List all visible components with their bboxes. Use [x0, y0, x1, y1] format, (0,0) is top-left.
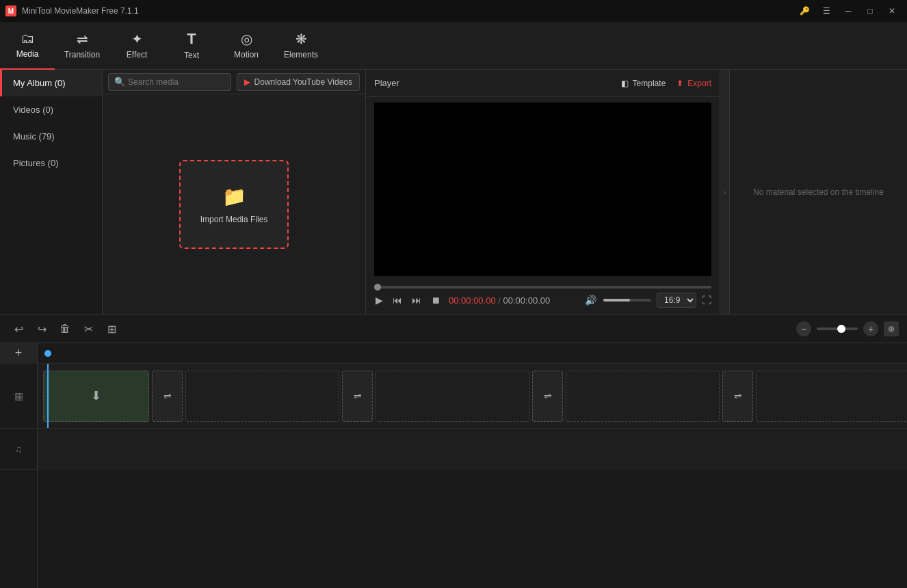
- timeline-add-btn[interactable]: +: [0, 343, 38, 364]
- toolbar-item-effect[interactable]: ✦ Effect: [109, 22, 164, 70]
- toolbar-item-transition[interactable]: ⇌ Transition: [55, 22, 109, 70]
- aspect-ratio-select[interactable]: 16:9 9:16 4:3 1:1: [657, 293, 696, 308]
- search-icon: 🔍: [114, 77, 125, 87]
- transition-clip-1[interactable]: ⇌: [152, 371, 183, 422]
- media-toolbar: 🔍 ▶ Download YouTube Videos: [103, 70, 365, 94]
- search-box[interactable]: 🔍: [108, 73, 231, 91]
- media-area: 🔍 ▶ Download YouTube Videos 📁 Import Med…: [103, 70, 365, 315]
- bottom-tools-left: ↩ ↪ 🗑 ✂ ⊞: [8, 319, 122, 339]
- transition-label: Transition: [64, 50, 100, 59]
- video-track-label: ▦: [0, 364, 37, 429]
- sidebar-item-videos[interactable]: Videos (0): [0, 96, 102, 123]
- volume-fill: [603, 299, 630, 302]
- titlebar: M MiniTool MovieMaker Free 7.1.1 🔑 ☰ ─ □…: [0, 0, 907, 22]
- transition-icon-2: ⇌: [354, 390, 362, 401]
- progress-bar[interactable]: [374, 286, 711, 289]
- toolbar-item-elements[interactable]: ❋ Elements: [274, 22, 328, 70]
- maximize-btn[interactable]: □: [860, 4, 880, 18]
- media-icon: 🗂: [21, 31, 34, 46]
- app-title: MiniTool MovieMaker Free 7.1.1: [22, 6, 139, 16]
- empty-clip-2[interactable]: [376, 371, 529, 422]
- export-icon: ⬆: [676, 79, 683, 88]
- zoom-track[interactable]: [817, 328, 858, 330]
- transition-clip-4[interactable]: ⇌: [722, 371, 753, 422]
- delete-btn[interactable]: 🗑: [55, 319, 75, 339]
- search-input[interactable]: [128, 77, 225, 87]
- transition-icon-1: ⇌: [163, 390, 172, 401]
- timeline: + ▦ ♫ ⬇ ⇌: [0, 343, 907, 588]
- controls-right: 🔊 16:9 9:16 4:3 1:1 ⛶: [583, 293, 711, 308]
- effect-icon: ✦: [131, 31, 143, 47]
- bottom-tools-right: − + ⊕: [796, 321, 899, 336]
- player-controls: ▶ ⏮ ⏭ ⏹ 00:00:00.00 / 00:00:00.00 🔊: [366, 282, 720, 315]
- next-btn[interactable]: ⏭: [410, 293, 423, 307]
- crop-btn[interactable]: ⊞: [101, 319, 122, 339]
- template-btn[interactable]: ◧ Template: [621, 79, 666, 88]
- sidebar-nav: My Album (0) Videos (0) Music (79) Pictu…: [0, 70, 103, 315]
- volume-btn[interactable]: 🔊: [583, 293, 598, 307]
- main-content: My Album (0) Videos (0) Music (79) Pictu…: [0, 70, 907, 315]
- timeline-tracks: ▦ ♫ ⬇ ⇌ ⇌: [0, 364, 907, 588]
- motion-label: Motion: [234, 50, 259, 59]
- import-label: Import Media Files: [200, 215, 268, 224]
- yt-download-btn[interactable]: ▶ Download YouTube Videos: [237, 73, 360, 91]
- empty-clip-1[interactable]: [185, 371, 339, 422]
- video-track-icon: ▦: [14, 390, 23, 401]
- empty-clip-3[interactable]: [566, 371, 720, 422]
- menu-btn[interactable]: ☰: [817, 4, 836, 18]
- app-icon: M: [5, 5, 16, 16]
- media-label: Media: [16, 49, 39, 59]
- prev-btn[interactable]: ⏮: [391, 293, 404, 307]
- undo-btn[interactable]: ↩: [8, 319, 29, 339]
- playhead-head: [44, 350, 51, 357]
- redo-btn[interactable]: ↪: [31, 319, 52, 339]
- toolbar-item-motion[interactable]: ◎ Motion: [219, 22, 274, 70]
- sidebar-item-music[interactable]: Music (79): [0, 123, 102, 150]
- yt-icon: ▶: [244, 77, 250, 87]
- bottom-toolbar: ↩ ↪ 🗑 ✂ ⊞ − + ⊕: [0, 315, 907, 343]
- clip-download-icon: ⬇: [91, 388, 101, 403]
- audio-track: [38, 429, 907, 470]
- key-btn[interactable]: 🔑: [795, 4, 814, 18]
- titlebar-left: M MiniTool MovieMaker Free 7.1.1: [5, 5, 139, 16]
- toolbar-item-text[interactable]: T Text: [164, 22, 219, 70]
- panel-with-sidebar: My Album (0) Videos (0) Music (79) Pictu…: [0, 70, 365, 315]
- import-media-box[interactable]: 📁 Import Media Files: [179, 160, 289, 249]
- template-icon: ◧: [621, 79, 629, 88]
- chevron-right-icon: ›: [724, 189, 726, 196]
- cut-btn[interactable]: ✂: [78, 319, 98, 339]
- play-btn[interactable]: ▶: [374, 293, 384, 307]
- empty-clip-4[interactable]: [756, 371, 907, 422]
- transition-icon: ⇌: [77, 31, 88, 47]
- motion-icon: ◎: [241, 31, 252, 47]
- tracks-area: ⬇ ⇌ ⇌ ⇌: [38, 364, 907, 588]
- close-btn[interactable]: ✕: [882, 4, 902, 18]
- stop-btn[interactable]: ⏹: [430, 293, 442, 307]
- sidebar-item-my-album[interactable]: My Album (0): [0, 70, 102, 96]
- zoom-in-btn[interactable]: +: [863, 321, 878, 336]
- track-clip-main[interactable]: ⬇: [43, 371, 149, 422]
- collapse-handle[interactable]: ›: [720, 70, 729, 315]
- timeline-header: +: [0, 343, 907, 364]
- fullscreen-btn[interactable]: ⛶: [702, 295, 711, 306]
- zoom-out-btn[interactable]: −: [796, 321, 811, 336]
- titlebar-controls: 🔑 ☰ ─ □ ✕: [795, 4, 902, 18]
- minimize-btn[interactable]: ─: [839, 4, 858, 18]
- volume-slider[interactable]: [603, 299, 651, 302]
- audio-track-icon: ♫: [15, 444, 23, 455]
- transition-icon-4: ⇌: [734, 390, 742, 401]
- folder-icon: 📁: [222, 185, 246, 208]
- audio-track-label: ♫: [0, 429, 37, 470]
- transition-clip-3[interactable]: ⇌: [532, 371, 563, 422]
- fit-btn[interactable]: ⊕: [884, 321, 899, 336]
- elements-icon: ❋: [295, 31, 307, 47]
- player-video: [374, 103, 711, 276]
- video-track: ⬇ ⇌ ⇌ ⇌: [38, 364, 907, 429]
- toolbar-item-media[interactable]: 🗂 Media: [0, 22, 55, 70]
- transition-clip-2[interactable]: ⇌: [342, 371, 373, 422]
- transition-icon-3: ⇌: [544, 390, 552, 401]
- text-icon: T: [187, 30, 196, 48]
- sidebar-item-pictures[interactable]: Pictures (0): [0, 150, 102, 176]
- export-btn[interactable]: ⬆ Export: [676, 79, 711, 88]
- effect-label: Effect: [127, 50, 147, 59]
